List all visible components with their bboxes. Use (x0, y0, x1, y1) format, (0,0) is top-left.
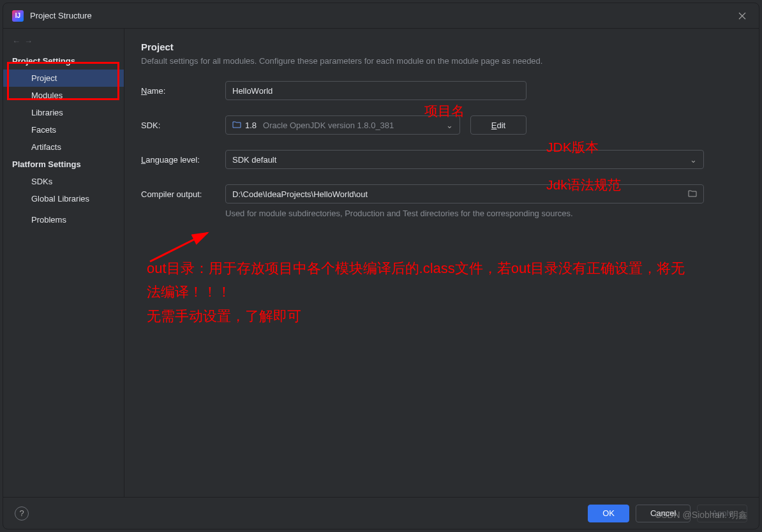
compiler-output-input[interactable]: D:\Code\IdeaProjects\HelloWorld\out (225, 184, 704, 203)
compiler-output-hint: Used for module subdirectories, Producti… (225, 209, 742, 218)
annotation-project-name: 项目名 (424, 102, 465, 120)
annotation-jdk-syntax: Jdk语法规范 (546, 176, 621, 194)
close-icon[interactable] (735, 8, 750, 24)
sidebar-section-platform-settings: Platform Settings (3, 156, 124, 173)
sidebar-section-project-settings: Project Settings (3, 52, 124, 70)
sidebar-item-libraries[interactable]: Libraries (3, 104, 124, 121)
language-level-combo[interactable]: SDK default ⌄ (225, 150, 704, 169)
apply-button[interactable]: Apply (697, 505, 747, 522)
edit-button[interactable]: Edit (470, 115, 527, 135)
folder-icon (232, 121, 241, 130)
sidebar: ← → Project Settings Project Modules Lib… (3, 29, 124, 497)
sidebar-item-modules[interactable]: Modules (3, 87, 124, 104)
window-title: Project Structure (30, 11, 92, 20)
annotation-out-dir: out目录：用于存放项目中各个模块编译后的.class文件，若out目录没有正确… (147, 256, 689, 328)
sidebar-item-sdks[interactable]: SDKs (3, 173, 124, 190)
compiler-output-value: D:\Code\IdeaProjects\HelloWorld\out (232, 189, 368, 199)
language-level-value: SDK default (232, 155, 276, 165)
sidebar-item-global-libraries[interactable]: Global Libraries (3, 190, 124, 207)
sidebar-item-problems[interactable]: Problems (3, 211, 124, 228)
cancel-button[interactable]: Cancel (636, 505, 691, 522)
name-input[interactable]: HelloWorld (225, 81, 527, 100)
ok-button[interactable]: OK (588, 505, 629, 522)
app-icon: IJ (12, 10, 24, 22)
name-label: Name: (141, 86, 225, 96)
titlebar: IJ Project Structure (3, 3, 759, 29)
annotation-jdk-version: JDK版本 (546, 138, 599, 156)
sdk-detail: Oracle OpenJDK version 1.8.0_381 (263, 121, 442, 130)
browse-folder-icon[interactable] (688, 189, 697, 199)
page-subtitle: Default settings for all modules. Config… (141, 56, 742, 66)
sdk-label: SDK: (141, 121, 225, 130)
page-title: Project (141, 41, 742, 52)
compiler-output-label: Compiler output: (141, 189, 225, 199)
sidebar-item-artifacts[interactable]: Artifacts (3, 138, 124, 156)
sdk-version: 1.8 (245, 121, 257, 130)
help-icon[interactable]: ? (15, 506, 29, 521)
chevron-down-icon: ⌄ (446, 121, 453, 130)
nav-forward-icon: → (24, 36, 33, 46)
chevron-down-icon: ⌄ (690, 155, 697, 165)
sidebar-item-project[interactable]: Project (3, 70, 124, 87)
nav-back-icon: ← (12, 36, 20, 46)
sidebar-item-facets[interactable]: Facets (3, 121, 124, 138)
footer: ? OK Cancel Apply (3, 497, 759, 529)
language-level-label: Language level: (141, 155, 225, 165)
